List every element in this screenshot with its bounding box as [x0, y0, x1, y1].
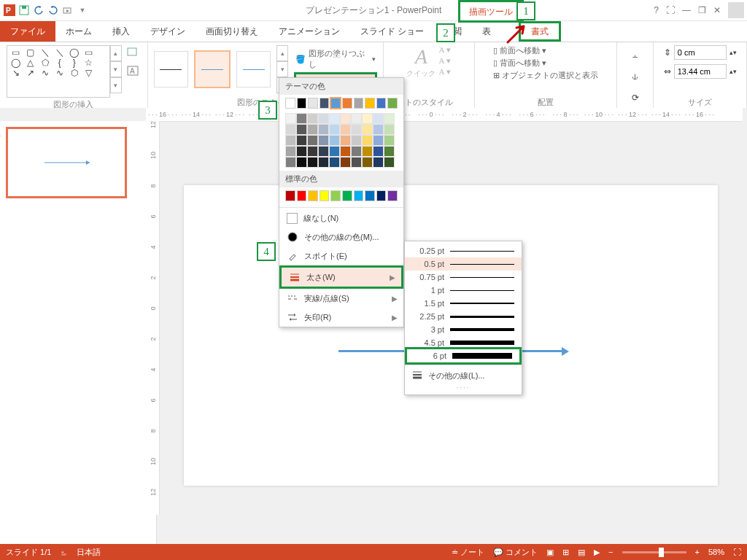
shapes-scroll-up[interactable]: ▴	[110, 45, 122, 61]
theme-shade-swatch[interactable]	[318, 124, 329, 135]
style-swatch-1[interactable]	[154, 51, 189, 88]
wordart-quick-styles-icon[interactable]: A	[406, 45, 436, 69]
text-outline-button[interactable]: A ▾	[438, 56, 451, 66]
language-indicator[interactable]: 日本語	[77, 547, 101, 558]
theme-shade-swatch[interactable]	[318, 157, 329, 168]
shapes-scroll-down[interactable]: ▾	[110, 61, 122, 77]
shapes-gallery[interactable]: ▭▢＼＼◯▭ ◯△⬠{}☆ ↘↗∿∿⬡▽	[7, 45, 110, 98]
start-from-beginning-icon[interactable]	[61, 4, 74, 17]
tab-home[interactable]: ホーム	[55, 21, 102, 42]
account-icon[interactable]	[728, 2, 744, 18]
more-lines-item[interactable]: その他の線(L)...	[405, 368, 522, 384]
standard-color-swatch[interactable]	[376, 190, 387, 201]
qat-dropdown-icon[interactable]: ▼	[76, 4, 89, 17]
zoom-in-icon[interactable]: +	[695, 548, 700, 556]
theme-shade-swatch[interactable]	[351, 157, 362, 168]
undo-icon[interactable]	[32, 4, 45, 17]
standard-color-swatch[interactable]	[365, 190, 375, 201]
rotate-icon[interactable]: ⟳	[632, 93, 639, 103]
theme-shade-swatch[interactable]	[285, 157, 296, 168]
edit-shape-icon[interactable]	[126, 45, 139, 61]
theme-color-swatch[interactable]	[365, 98, 375, 109]
tab-animations[interactable]: アニメーション	[268, 21, 350, 42]
weight-option[interactable]: 3 pt	[405, 323, 522, 336]
selection-pane-button[interactable]: ⊞ オブジェクトの選択と表示	[493, 70, 598, 81]
theme-shade-swatch[interactable]	[362, 146, 373, 157]
send-backward-button[interactable]: ▯ 背面へ移動 ▾	[493, 58, 598, 69]
tab-transitions[interactable]: 画面切り替え	[196, 21, 268, 42]
theme-shade-swatch[interactable]	[296, 113, 307, 124]
redo-icon[interactable]	[47, 4, 60, 17]
shape-width-input[interactable]	[674, 64, 727, 79]
weight-option[interactable]: 6 pt	[405, 347, 522, 365]
slide-sorter-view-icon[interactable]: ⊞	[562, 548, 569, 557]
theme-shade-swatch[interactable]	[318, 146, 329, 157]
theme-shade-swatch[interactable]	[351, 124, 362, 135]
group-icon[interactable]: ⫝	[631, 71, 640, 82]
theme-shade-swatch[interactable]	[285, 124, 296, 135]
theme-color-swatch[interactable]	[387, 98, 398, 109]
theme-shade-swatch[interactable]	[362, 124, 373, 135]
theme-shade-swatch[interactable]	[373, 124, 384, 135]
more-outline-colors-item[interactable]: その他の線の色(M)...	[279, 228, 403, 246]
ribbon-display-options-icon[interactable]: ⛶	[666, 5, 675, 15]
fit-to-window-icon[interactable]: ⛶	[733, 548, 741, 556]
restore-icon[interactable]: ❐	[698, 5, 706, 15]
zoom-slider[interactable]	[622, 551, 686, 553]
theme-shade-swatch[interactable]	[318, 135, 329, 146]
theme-color-swatch[interactable]	[320, 98, 330, 109]
styles-scroll-up[interactable]: ▴	[276, 45, 288, 61]
theme-color-swatch[interactable]	[376, 98, 387, 109]
align-icon[interactable]: ⫠	[631, 50, 640, 61]
weight-option[interactable]: 0.75 pt	[405, 271, 522, 284]
theme-shade-swatch[interactable]	[307, 113, 318, 124]
theme-shade-swatch[interactable]	[285, 135, 296, 146]
standard-color-swatch[interactable]	[330, 190, 341, 201]
close-icon[interactable]: ✕	[713, 5, 721, 15]
comments-button[interactable]: 💬 コメント	[493, 547, 538, 558]
weight-option[interactable]: 2.25 pt	[405, 310, 522, 323]
tab-view[interactable]: 表	[472, 21, 501, 42]
arrows-item[interactable]: 矢印(R)▶	[279, 308, 403, 327]
standard-color-swatch[interactable]	[285, 190, 295, 201]
styles-scroll-down[interactable]: ▾	[276, 61, 288, 77]
slideshow-view-icon[interactable]: ▶	[594, 548, 600, 557]
theme-shade-swatch[interactable]	[329, 124, 340, 135]
text-effects-button[interactable]: A ▾	[438, 67, 451, 77]
tab-slideshow[interactable]: スライド ショー	[350, 21, 434, 42]
normal-view-icon[interactable]: ▣	[546, 548, 554, 557]
shape-height-input[interactable]	[674, 45, 727, 60]
theme-shade-swatch[interactable]	[340, 113, 351, 124]
standard-color-swatch[interactable]	[354, 190, 364, 201]
theme-shade-swatch[interactable]	[373, 157, 384, 168]
theme-shade-swatch[interactable]	[384, 146, 395, 157]
theme-shade-swatch[interactable]	[318, 113, 329, 124]
theme-shade-swatch[interactable]	[285, 113, 296, 124]
theme-shade-swatch[interactable]	[340, 146, 351, 157]
save-icon[interactable]	[18, 4, 31, 17]
dashes-item[interactable]: 実線/点線(S)▶	[279, 289, 403, 308]
tab-insert[interactable]: 挿入	[102, 21, 140, 42]
help-icon[interactable]: ?	[654, 5, 659, 15]
theme-shade-swatch[interactable]	[384, 135, 395, 146]
zoom-out-icon[interactable]: −	[608, 548, 613, 556]
theme-shade-swatch[interactable]	[362, 113, 373, 124]
theme-shade-swatch[interactable]	[384, 157, 395, 168]
standard-color-swatch[interactable]	[308, 190, 318, 201]
theme-shade-swatch[interactable]	[329, 146, 340, 157]
theme-shade-swatch[interactable]	[307, 146, 318, 157]
theme-shade-swatch[interactable]	[373, 113, 384, 124]
minimize-icon[interactable]: —	[682, 5, 691, 15]
text-fill-button[interactable]: A ▾	[438, 45, 451, 55]
theme-shade-swatch[interactable]	[285, 146, 296, 157]
theme-color-swatch[interactable]	[330, 98, 341, 109]
theme-shade-swatch[interactable]	[362, 135, 373, 146]
theme-shade-swatch[interactable]	[362, 157, 373, 168]
shape-fill-button[interactable]: 🪣図形の塗りつぶし▾	[294, 47, 376, 71]
standard-color-swatch[interactable]	[297, 190, 307, 201]
theme-color-swatch[interactable]	[285, 98, 295, 109]
theme-shade-swatch[interactable]	[307, 157, 318, 168]
bring-forward-button[interactable]: ▯ 前面へ移動 ▾	[493, 45, 598, 56]
no-outline-item[interactable]: 線なし(N)	[279, 209, 403, 228]
theme-shade-swatch[interactable]	[373, 135, 384, 146]
